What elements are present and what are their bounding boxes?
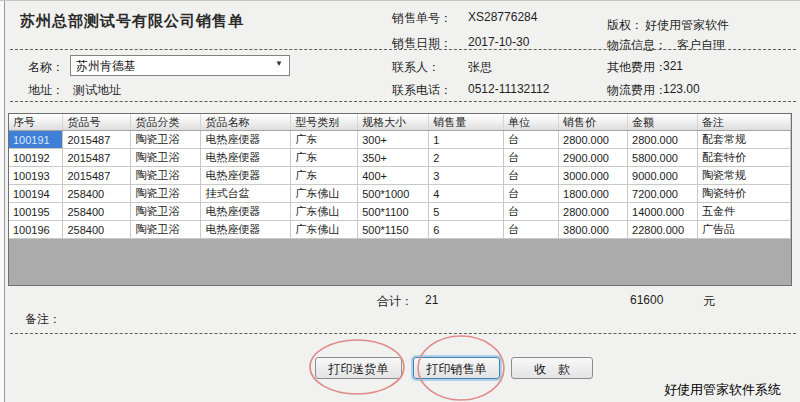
print-delivery-button[interactable]: 打印送货单	[315, 357, 402, 379]
table-cell[interactable]: 广东佛山	[291, 203, 358, 221]
table-cell[interactable]: 6	[429, 221, 504, 239]
table-cell[interactable]: 电热座便器	[201, 167, 291, 185]
table-cell[interactable]: 陶瓷卫浴	[131, 185, 201, 203]
table-column-header[interactable]: 单位	[504, 114, 559, 131]
table-cell[interactable]: 2015487	[63, 131, 131, 149]
table-column-header[interactable]: 备注	[698, 114, 791, 131]
table-row: 1001932015487陶瓷卫浴电热座便器广东400+3台3000.00090…	[9, 167, 791, 185]
table-cell[interactable]: 300+	[358, 131, 429, 149]
other-fee-label: 其他费用：	[607, 59, 667, 76]
table-column-header[interactable]: 货品号	[63, 114, 131, 131]
table-cell[interactable]: 400+	[358, 167, 429, 185]
table-cell[interactable]: 台	[504, 167, 559, 185]
table-cell[interactable]: 陶瓷卫浴	[131, 149, 201, 167]
table-column-header[interactable]: 销售量	[429, 114, 504, 131]
table-cell[interactable]: 陶瓷特价	[698, 185, 791, 203]
table-cell[interactable]: 2015487	[63, 167, 131, 185]
table-cell[interactable]: 500*1100	[358, 203, 429, 221]
currency-label: 元	[703, 293, 715, 310]
table-cell[interactable]: 五金件	[698, 203, 791, 221]
table-cell[interactable]: 100191	[9, 131, 63, 149]
table-cell[interactable]: 广东	[291, 167, 358, 185]
table-cell[interactable]: 4	[429, 185, 504, 203]
table-cell[interactable]: 14000.000	[628, 203, 698, 221]
table-cell[interactable]: 500*1000	[358, 185, 429, 203]
table-cell[interactable]: 广东	[291, 131, 358, 149]
table-cell[interactable]: 台	[504, 221, 559, 239]
table-cell[interactable]: 350+	[358, 149, 429, 167]
table-cell[interactable]: 2900.000	[559, 149, 628, 167]
table-cell[interactable]: 2800.000	[559, 131, 628, 149]
table-column-header[interactable]: 金额	[628, 114, 698, 131]
receive-payment-button[interactable]: 收 款	[511, 357, 593, 379]
table-cell[interactable]: 台	[504, 185, 559, 203]
page-title: 苏州总部测试号有限公司销售单	[20, 12, 244, 31]
table-cell[interactable]: 2800.000	[628, 131, 698, 149]
chevron-down-icon[interactable]: ▼	[275, 59, 283, 68]
table-cell[interactable]: 2015487	[63, 149, 131, 167]
table-cell[interactable]: 9000.000	[628, 167, 698, 185]
table-cell[interactable]: 258400	[63, 203, 131, 221]
table-cell[interactable]: 5	[429, 203, 504, 221]
table-cell[interactable]: 2800.000	[559, 203, 628, 221]
table-cell[interactable]: 广告品	[698, 221, 791, 239]
table-cell[interactable]: 3800.000	[559, 221, 628, 239]
table-cell[interactable]: 电热座便器	[201, 221, 291, 239]
table-column-header[interactable]: 序号	[9, 114, 63, 131]
table-cell[interactable]: 台	[504, 203, 559, 221]
print-sales-button[interactable]: 打印销售单	[413, 357, 500, 379]
table-cell[interactable]: 陶瓷常规	[698, 167, 791, 185]
phone-label: 联系电话：	[392, 82, 452, 99]
table-cell[interactable]: 电热座便器	[201, 203, 291, 221]
table-column-header[interactable]: 货品名称	[201, 114, 291, 131]
table-column-header[interactable]: 型号类别	[291, 114, 358, 131]
table-cell[interactable]: 100196	[9, 221, 63, 239]
table-cell[interactable]: 3000.000	[559, 167, 628, 185]
table-cell[interactable]: 陶瓷卫浴	[131, 131, 201, 149]
divider-customer	[10, 101, 796, 102]
order-no-label: 销售单号：	[392, 10, 452, 27]
table-cell[interactable]: 5800.000	[628, 149, 698, 167]
copyright-value: 好使用管家软件	[645, 17, 729, 34]
table-column-header[interactable]: 销售价	[559, 114, 628, 131]
table-row: 1001912015487陶瓷卫浴电热座便器广东300+1台2800.00028…	[9, 131, 791, 149]
table-cell[interactable]: 配套特价	[698, 149, 791, 167]
table-column-header[interactable]: 规格大小	[358, 114, 429, 131]
table-cell[interactable]: 台	[504, 149, 559, 167]
table-cell[interactable]: 3	[429, 167, 504, 185]
customer-name-value: 苏州肯德基	[76, 58, 136, 75]
contact-value: 张思	[468, 59, 492, 76]
table-cell[interactable]: 广东	[291, 149, 358, 167]
table-row: 100195258400陶瓷卫浴电热座便器广东佛山500*11005台2800.…	[9, 203, 791, 221]
customer-name-select[interactable]: 苏州肯德基 ▼	[70, 55, 290, 76]
table-cell[interactable]: 陶瓷卫浴	[131, 203, 201, 221]
table-cell[interactable]: 1	[429, 131, 504, 149]
table-cell[interactable]: 22800.000	[628, 221, 698, 239]
table-cell[interactable]: 258400	[63, 185, 131, 203]
table-cell[interactable]: 陶瓷卫浴	[131, 221, 201, 239]
order-no-value: XS28776284	[468, 10, 537, 24]
divider-bottom	[10, 333, 796, 334]
table-cell[interactable]: 广东佛山	[291, 221, 358, 239]
table-cell[interactable]: 2	[429, 149, 504, 167]
table-cell[interactable]: 100193	[9, 167, 63, 185]
table-cell[interactable]: 电热座便器	[201, 149, 291, 167]
table-cell[interactable]: 广东佛山	[291, 185, 358, 203]
table-cell[interactable]: 100194	[9, 185, 63, 203]
logistics-info-label: 物流信息：	[607, 37, 667, 54]
table-cell[interactable]: 258400	[63, 221, 131, 239]
table-cell[interactable]: 7200.000	[628, 185, 698, 203]
table-cell[interactable]: 陶瓷卫浴	[131, 167, 201, 185]
table-cell[interactable]: 100192	[9, 149, 63, 167]
table-cell[interactable]: 100195	[9, 203, 63, 221]
table-column-header[interactable]: 货品分类	[131, 114, 201, 131]
table-cell[interactable]: 配套常规	[698, 131, 791, 149]
address-value: 测试地址	[73, 82, 121, 99]
table-cell[interactable]: 1800.000	[559, 185, 628, 203]
total-label: 合计：	[377, 293, 413, 310]
table-cell[interactable]: 挂式台盆	[201, 185, 291, 203]
table-cell[interactable]: 电热座便器	[201, 131, 291, 149]
total-qty-value: 21	[425, 293, 438, 307]
table-cell[interactable]: 台	[504, 131, 559, 149]
table-cell[interactable]: 500*1150	[358, 221, 429, 239]
